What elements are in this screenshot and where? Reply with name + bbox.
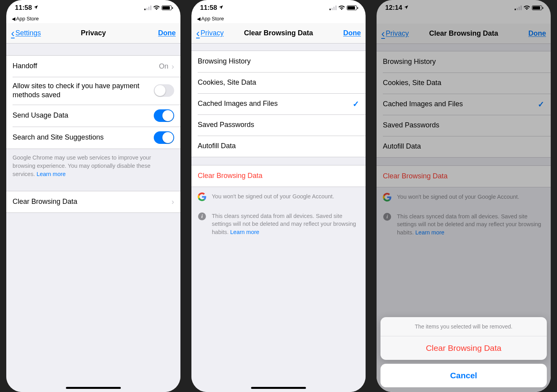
battery-icon bbox=[347, 5, 357, 10]
services-footer: Google Chrome may use web services to im… bbox=[6, 149, 180, 183]
done-button[interactable]: Done bbox=[158, 29, 176, 37]
item-label: Cookies, Site Data bbox=[198, 78, 359, 87]
data-types-group: Browsing History Cookies, Site Data Cach… bbox=[191, 51, 366, 157]
info-note-text: This clears synced data from all devices… bbox=[212, 212, 359, 236]
suggestions-toggle[interactable] bbox=[154, 131, 174, 144]
settings-group-1: Handoff On › Allow sites to check if you… bbox=[6, 55, 180, 149]
back-button[interactable]: ‹ Privacy bbox=[196, 27, 224, 40]
content-area: Handoff On › Allow sites to check if you… bbox=[6, 44, 180, 392]
phone-confirm-sheet: 12:14 ‹ Privacy Clear Browsing Data Done… bbox=[377, 0, 551, 392]
clear-action-label: Clear Browsing Data bbox=[198, 171, 359, 180]
cancel-button[interactable]: Cancel bbox=[380, 364, 547, 387]
handoff-label: Handoff bbox=[13, 62, 159, 71]
status-bar: 11:58 bbox=[6, 0, 180, 16]
payment-label: Allow sites to check if you have payment… bbox=[13, 82, 154, 100]
status-bar: 11:58 bbox=[191, 0, 366, 16]
cell-signal-icon bbox=[329, 5, 337, 10]
breadcrumb-label: App Store bbox=[16, 16, 39, 22]
back-triangle-icon: ◀ bbox=[12, 16, 15, 22]
payment-check-row[interactable]: Allow sites to check if you have payment… bbox=[6, 77, 180, 105]
sheet-message: The items you selected will be removed. bbox=[380, 317, 547, 336]
item-label: Autofill Data bbox=[198, 142, 359, 151]
cached-images-row[interactable]: Cached Images and Files ✓ bbox=[191, 93, 366, 114]
checkmark-icon: ✓ bbox=[353, 99, 359, 109]
google-account-note: You won't be signed out of your Google A… bbox=[191, 187, 366, 207]
usage-data-row[interactable]: Send Usage Data bbox=[6, 105, 180, 127]
footer-text: Google Chrome may use web services to im… bbox=[13, 154, 151, 177]
content-area: Browsing History Cookies, Site Data Cach… bbox=[191, 44, 366, 392]
back-button[interactable]: ‹ Settings bbox=[11, 27, 41, 40]
saved-passwords-row[interactable]: Saved Passwords bbox=[191, 114, 366, 136]
item-label: Cached Images and Files bbox=[198, 99, 353, 108]
learn-more-link[interactable]: Learn more bbox=[36, 171, 66, 177]
action-sheet-card: The items you selected will be removed. … bbox=[380, 317, 547, 360]
search-suggestions-row[interactable]: Search and Site Suggestions bbox=[6, 127, 180, 149]
phone-clear-data: 11:58 ◀ App Store ‹ Privacy Clear Browsi… bbox=[191, 0, 366, 392]
sync-info-note: i This clears synced data from all devic… bbox=[191, 207, 366, 241]
home-indicator[interactable] bbox=[251, 387, 306, 389]
item-label: Saved Passwords bbox=[198, 120, 359, 129]
chevron-right-icon: › bbox=[171, 62, 174, 71]
confirm-clear-button[interactable]: Clear Browsing Data bbox=[380, 336, 547, 360]
cookies-row[interactable]: Cookies, Site Data bbox=[191, 72, 366, 93]
learn-more-link[interactable]: Learn more bbox=[230, 229, 259, 235]
settings-group-2: Clear Browsing Data › bbox=[6, 191, 180, 213]
info-icon: i bbox=[198, 212, 206, 221]
google-icon bbox=[198, 192, 206, 201]
nav-bar: ‹ Settings Privacy Done bbox=[6, 23, 180, 44]
back-triangle-icon: ◀ bbox=[197, 16, 200, 22]
action-group: Clear Browsing Data bbox=[191, 165, 366, 187]
item-label: Browsing History bbox=[198, 57, 359, 66]
browsing-history-row[interactable]: Browsing History bbox=[191, 51, 366, 72]
chevron-left-icon: ‹ bbox=[11, 27, 15, 40]
breadcrumb-label: App Store bbox=[201, 16, 224, 22]
back-label: Privacy bbox=[200, 29, 224, 37]
suggestions-label: Search and Site Suggestions bbox=[13, 133, 154, 142]
home-indicator[interactable] bbox=[66, 387, 121, 389]
location-icon bbox=[218, 4, 224, 12]
wifi-icon bbox=[153, 5, 160, 11]
app-breadcrumb[interactable]: ◀ App Store bbox=[191, 16, 366, 23]
usage-label: Send Usage Data bbox=[13, 111, 154, 120]
autofill-row[interactable]: Autofill Data bbox=[191, 136, 366, 157]
status-time: 11:58 bbox=[200, 4, 217, 12]
back-label: Settings bbox=[15, 29, 41, 37]
cell-signal-icon bbox=[144, 5, 151, 10]
chevron-left-icon: ‹ bbox=[196, 27, 200, 40]
google-note-text: You won't be signed out of your Google A… bbox=[212, 192, 334, 200]
chevron-right-icon: › bbox=[171, 197, 174, 206]
wifi-icon bbox=[338, 5, 345, 11]
action-sheet: The items you selected will be removed. … bbox=[380, 317, 547, 387]
handoff-row[interactable]: Handoff On › bbox=[6, 56, 180, 77]
handoff-value: On bbox=[159, 62, 168, 71]
clear-browsing-data-row[interactable]: Clear Browsing Data › bbox=[6, 191, 180, 212]
status-time: 11:58 bbox=[15, 4, 32, 12]
clear-action-row[interactable]: Clear Browsing Data bbox=[191, 165, 366, 187]
phone-privacy: 11:58 ◀ App Store ‹ Settings Privacy Don… bbox=[6, 0, 180, 392]
done-button[interactable]: Done bbox=[343, 29, 361, 37]
usage-toggle[interactable] bbox=[154, 109, 174, 122]
app-breadcrumb[interactable]: ◀ App Store bbox=[6, 16, 180, 23]
clear-row-label: Clear Browsing Data bbox=[13, 197, 171, 206]
nav-bar: ‹ Privacy Clear Browsing Data Done bbox=[191, 23, 366, 44]
battery-icon bbox=[162, 5, 172, 10]
location-icon bbox=[33, 4, 38, 12]
payment-toggle[interactable] bbox=[154, 84, 174, 97]
